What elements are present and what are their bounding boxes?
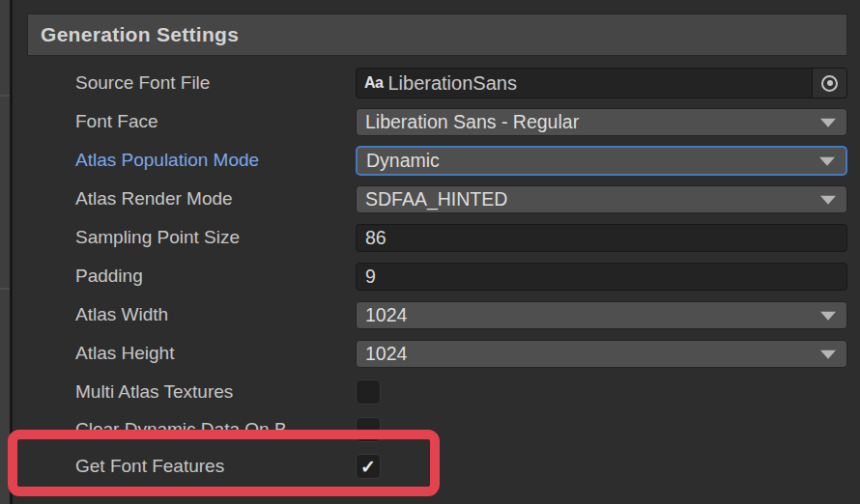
row-atlas-width: Atlas Width 1024 <box>75 295 847 334</box>
chevron-down-icon <box>819 157 835 166</box>
atlas-width-label: Atlas Width <box>75 304 356 325</box>
atlas-render-mode-label: Atlas Render Mode <box>75 188 356 210</box>
panel-divider <box>10 0 13 504</box>
source-font-file-label: Source Font File <box>75 72 356 94</box>
object-picker-button[interactable] <box>812 69 846 98</box>
get-font-features-checkbox[interactable]: ✓ <box>356 454 381 479</box>
font-asset-icon: Aa <box>364 74 383 92</box>
sampling-point-size-label: Sampling Point Size <box>75 227 356 248</box>
row-get-font-features: Get Font Features ✓ <box>75 447 847 486</box>
source-font-file-field[interactable]: Aa LiberationSans <box>356 68 847 98</box>
clear-dynamic-data-checkbox[interactable] <box>356 417 381 442</box>
chevron-down-icon <box>820 312 836 321</box>
edge-tick <box>0 95 10 97</box>
atlas-height-value: 1024 <box>365 343 407 365</box>
source-font-file-value: LiberationSans <box>387 72 516 95</box>
edge-tick <box>0 288 10 290</box>
row-multi-atlas-textures: Multi Atlas Textures <box>75 373 847 411</box>
atlas-height-label: Atlas Height <box>75 343 356 364</box>
window-edge-strip <box>0 0 10 504</box>
row-source-font-file: Source Font File Aa LiberationSans <box>75 64 847 102</box>
atlas-population-mode-label: Atlas Population Mode <box>75 150 356 171</box>
get-font-features-label: Get Font Features <box>75 456 356 477</box>
atlas-render-mode-value: SDFAA_HINTED <box>365 188 507 210</box>
padding-label: Padding <box>75 266 356 287</box>
padding-input[interactable] <box>356 263 847 291</box>
row-padding: Padding <box>75 257 847 295</box>
row-atlas-height: Atlas Height 1024 <box>75 334 847 373</box>
font-face-value: Liberation Sans - Regular <box>365 111 579 133</box>
row-sampling-point-size: Sampling Point Size <box>75 218 847 257</box>
font-face-dropdown[interactable]: Liberation Sans - Regular <box>356 108 847 136</box>
row-clear-dynamic-data: Clear Dynamic Data On B <box>75 410 847 449</box>
atlas-population-mode-dropdown[interactable]: Dynamic <box>356 146 847 176</box>
atlas-width-value: 1024 <box>365 304 407 326</box>
checkmark-icon: ✓ <box>360 458 376 476</box>
atlas-population-mode-value: Dynamic <box>366 150 440 172</box>
multi-atlas-textures-checkbox[interactable] <box>356 379 381 405</box>
sampling-point-size-input[interactable] <box>356 224 847 252</box>
multi-atlas-textures-label: Multi Atlas Textures <box>75 381 356 403</box>
chevron-down-icon <box>820 196 836 205</box>
chevron-down-icon <box>820 119 836 127</box>
row-font-face: Font Face Liberation Sans - Regular <box>75 102 847 141</box>
row-atlas-render-mode: Atlas Render Mode SDFAA_HINTED <box>75 180 847 218</box>
atlas-render-mode-dropdown[interactable]: SDFAA_HINTED <box>356 185 847 213</box>
atlas-width-dropdown[interactable]: 1024 <box>356 301 847 329</box>
atlas-height-dropdown[interactable]: 1024 <box>356 340 847 368</box>
generation-settings-header[interactable]: Generation Settings <box>27 14 847 56</box>
row-atlas-population-mode: Atlas Population Mode Dynamic <box>75 141 847 180</box>
chevron-down-icon <box>820 350 836 359</box>
object-picker-icon <box>821 75 838 92</box>
section-title: Generation Settings <box>41 23 239 46</box>
clear-dynamic-data-label: Clear Dynamic Data On B <box>75 419 356 440</box>
font-face-label: Font Face <box>75 111 356 132</box>
